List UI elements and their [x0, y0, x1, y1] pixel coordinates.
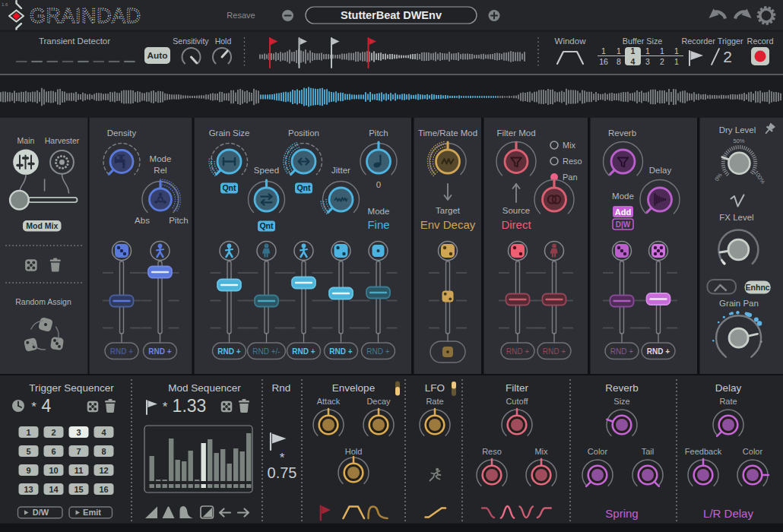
svg-text:Fine: Fine — [367, 218, 389, 231]
svg-text:Hold: Hold — [215, 36, 232, 46]
svg-text:Qnt: Qnt — [296, 183, 311, 192]
svg-text:Main: Main — [17, 136, 35, 145]
svg-text:Rate: Rate — [719, 397, 737, 406]
svg-text:11: 11 — [74, 466, 84, 475]
svg-text:1: 1 — [617, 46, 621, 55]
svg-text:8: 8 — [617, 57, 621, 66]
svg-text:Record: Record — [747, 36, 774, 46]
svg-text:Qnt: Qnt — [222, 183, 236, 192]
svg-text:Size: Size — [613, 397, 629, 406]
svg-text:RND +: RND + — [366, 347, 389, 356]
svg-text:Position: Position — [288, 128, 319, 138]
svg-text:Mode: Mode — [612, 192, 634, 201]
svg-text:Rate: Rate — [426, 397, 443, 406]
svg-text:8: 8 — [101, 447, 106, 456]
svg-text:Mod Sequencer: Mod Sequencer — [168, 382, 241, 394]
svg-text:5: 5 — [26, 447, 30, 456]
svg-text:10: 10 — [49, 466, 58, 475]
svg-text:Color: Color — [743, 447, 763, 456]
svg-text:Mod Mix: Mod Mix — [26, 221, 58, 230]
svg-text:Sensitivity: Sensitivity — [173, 36, 209, 46]
svg-text:2: 2 — [51, 428, 55, 437]
svg-text:Add: Add — [615, 207, 631, 217]
svg-text:Enhnc: Enhnc — [746, 283, 770, 292]
svg-text:RND +: RND + — [292, 347, 315, 356]
svg-text:Transient Detector: Transient Detector — [39, 36, 110, 46]
svg-text:4: 4 — [101, 428, 106, 437]
svg-text:RND +/-: RND +/- — [252, 347, 280, 356]
svg-text:D/W: D/W — [33, 508, 49, 517]
svg-text:Envelope: Envelope — [332, 382, 375, 394]
svg-text:LFO: LFO — [425, 382, 445, 394]
svg-text:Pitch: Pitch — [369, 128, 388, 138]
svg-text:Spring: Spring — [605, 507, 638, 520]
svg-text:Tail: Tail — [642, 447, 655, 456]
svg-text:*: * — [163, 400, 168, 414]
svg-text:Auto: Auto — [147, 50, 168, 61]
svg-text:*: * — [31, 400, 36, 414]
svg-text:16: 16 — [99, 485, 108, 494]
svg-text:Reso: Reso — [482, 447, 502, 456]
svg-text:Buffer Size: Buffer Size — [623, 36, 663, 46]
svg-text:Window: Window — [555, 36, 587, 46]
svg-text:RND +: RND + — [647, 347, 670, 356]
svg-text:0: 0 — [376, 180, 381, 189]
svg-text:4: 4 — [42, 396, 52, 416]
svg-text:1: 1 — [645, 46, 650, 55]
svg-text:1: 1 — [674, 57, 679, 66]
svg-text:1: 1 — [660, 46, 664, 55]
svg-text:Mix: Mix — [534, 447, 548, 456]
svg-text:13: 13 — [24, 485, 33, 494]
svg-text:Abs: Abs — [135, 216, 150, 225]
svg-text:Reso: Reso — [563, 157, 582, 166]
svg-text:RND +: RND + — [148, 347, 171, 356]
svg-text:Feedback: Feedback — [685, 447, 722, 456]
svg-text:1: 1 — [674, 46, 679, 55]
svg-text:RND +: RND + — [217, 347, 240, 356]
svg-text:Filter Mod: Filter Mod — [496, 128, 535, 138]
svg-text:3: 3 — [76, 428, 81, 437]
svg-text:Mix: Mix — [563, 141, 576, 150]
svg-text:50%: 50% — [733, 138, 744, 144]
svg-text:6: 6 — [51, 447, 55, 456]
svg-text:Grain Size: Grain Size — [209, 128, 250, 138]
svg-text:GRAINDAD: GRAINDAD — [30, 5, 141, 27]
svg-text:RND +: RND + — [543, 347, 566, 356]
svg-text:Qnt: Qnt — [259, 221, 274, 230]
svg-text:Color: Color — [588, 447, 608, 456]
svg-text:7: 7 — [76, 447, 81, 456]
svg-text:Rnd: Rnd — [272, 382, 291, 394]
svg-text:Delay: Delay — [715, 382, 742, 394]
svg-text:1: 1 — [26, 428, 30, 437]
svg-text:3: 3 — [645, 57, 650, 66]
svg-text:Resave: Resave — [227, 11, 255, 20]
svg-text:Source: Source — [502, 206, 530, 215]
svg-text:RND +: RND + — [110, 347, 133, 356]
svg-text:Random Assign: Random Assign — [15, 297, 71, 306]
svg-text:16: 16 — [599, 57, 608, 66]
svg-text:Cutoff: Cutoff — [506, 397, 528, 406]
svg-text:Decay: Decay — [366, 397, 391, 406]
svg-text:Harvester: Harvester — [45, 136, 80, 145]
svg-text:Mode: Mode — [150, 154, 172, 163]
svg-text:Jitter: Jitter — [331, 166, 350, 175]
svg-text:Filter: Filter — [506, 382, 529, 394]
svg-text:14: 14 — [49, 485, 59, 494]
svg-text:RND +: RND + — [329, 347, 352, 356]
svg-text:D|W: D|W — [616, 220, 631, 229]
svg-text:2: 2 — [723, 48, 732, 65]
svg-text:Env Decay: Env Decay — [420, 218, 476, 231]
svg-text:RND +: RND + — [506, 347, 529, 356]
svg-text:1: 1 — [601, 46, 606, 55]
svg-text:1: 1 — [631, 46, 636, 55]
svg-text:Reverb: Reverb — [608, 128, 636, 138]
svg-text:1.33: 1.33 — [173, 396, 207, 416]
svg-text:RND +: RND + — [610, 347, 633, 356]
svg-text:StutterBeat DWEnv: StutterBeat DWEnv — [341, 9, 442, 21]
svg-text:Pan: Pan — [563, 173, 578, 182]
svg-text:4: 4 — [631, 57, 636, 66]
svg-text:Density: Density — [107, 128, 137, 138]
svg-text:L/R Delay: L/R Delay — [703, 507, 753, 520]
svg-text:Reverb: Reverb — [605, 382, 639, 394]
svg-text:0.75: 0.75 — [268, 464, 297, 481]
